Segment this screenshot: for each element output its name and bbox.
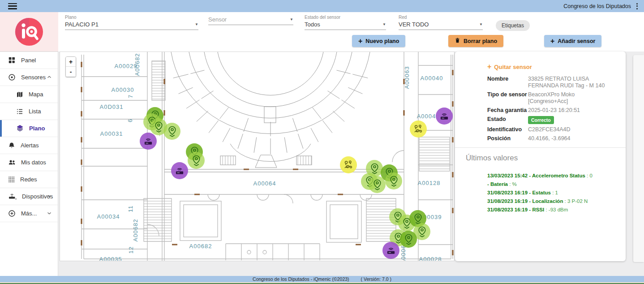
sensor-marker-multi[interactable] <box>340 156 357 173</box>
detail-field-row: EstadoCorrecto <box>487 116 614 124</box>
filter-dropdown-estado-del-sensor[interactable]: Estado del sensorTodos▼ <box>305 15 386 32</box>
sidebar-item-mis-datos[interactable]: Mis datos <box>0 154 58 171</box>
sensor-marker-multi[interactable] <box>410 120 427 138</box>
sidebar-item-label: Mapa <box>29 91 43 98</box>
sidebar-item-label: Panel <box>21 57 36 64</box>
sidebar-item-panel[interactable]: Panel <box>0 52 58 69</box>
sidebar-item-sensores[interactable]: Sensores <box>0 69 58 86</box>
filter-dropdown-plano[interactable]: PlanoPALACIO P1▼ <box>65 15 198 32</box>
sidebar-item-redes[interactable]: Redes <box>0 171 58 188</box>
value-timestamp-label: 31/08/2023 16:19 - Estatus <box>487 190 551 195</box>
borrar-plano-button[interactable]: Borrar plano <box>448 35 503 47</box>
chevron-down-icon <box>46 193 52 199</box>
detail-field-row: IdentificativoC2B2FCE34A4D <box>487 126 614 133</box>
filter-value: Todos <box>305 21 320 28</box>
sidebar-item-mapa[interactable]: Mapa <box>0 86 58 103</box>
value-timestamp-label: 13/03/2023 15:42 - Accelerometro Status <box>487 173 585 178</box>
divider <box>455 147 626 148</box>
filter-value: VER TODO <box>399 21 429 28</box>
mapa-icon <box>16 90 24 99</box>
sensor-marker-pin[interactable] <box>385 172 402 189</box>
plus-icon: + <box>358 38 362 45</box>
sensor-marker-pin[interactable] <box>163 123 180 140</box>
value-reading: : 1 <box>551 190 558 195</box>
plano-icon <box>16 124 24 133</box>
sidebar-item-label: Alertas <box>21 142 39 149</box>
detail-field-row: Posición40.4166, -3.6964 <box>487 135 614 142</box>
value-timestamp-label: 31/08/2023 16:19 - Localización <box>487 198 563 204</box>
ultimos-valores-title: Últimos valores <box>466 154 615 163</box>
filter-label: Plano <box>65 15 198 20</box>
more-options-icon[interactable] <box>635 2 640 10</box>
footer-text: Congreso de los Diputados - iQmenic (©20… <box>253 276 349 282</box>
zoom-out-button[interactable]: - <box>66 67 76 77</box>
sensor-marker-router[interactable] <box>382 242 399 259</box>
button-label: Añadir sensor <box>558 38 595 44</box>
sidebar-item-mas[interactable]: Más... <box>0 205 58 222</box>
zoom-in-button[interactable]: + <box>66 57 76 67</box>
filter-label: Estado del sensor <box>305 15 386 20</box>
footer-version: ( Versión: 7.0 ) <box>361 276 391 282</box>
sensor-marker-router[interactable] <box>171 162 188 179</box>
chevron-down-icon <box>46 210 52 216</box>
sidebar-item-plano[interactable]: Plano <box>0 120 58 137</box>
value-reading: : 0 <box>585 173 592 178</box>
detail-field-row: Tipo de sensorBeaconXPro Moko [Congreso+… <box>487 91 614 105</box>
iq-logo-icon <box>14 17 44 47</box>
value-reading: : -93 dBm <box>544 207 568 212</box>
chevron-down-icon: ▼ <box>290 17 293 22</box>
sidebar-item-label: Plano <box>29 125 45 132</box>
chevron-up-icon <box>46 74 52 80</box>
anadir-sensor-button[interactable]: +Añadir sensor <box>544 35 601 47</box>
sidebar-item-alertas[interactable]: Alertas <box>0 137 58 154</box>
header: PlanoPALACIO P1▼Sensor▼Estado del sensor… <box>0 12 644 52</box>
sidebar-item-label: Mis datos <box>21 159 46 166</box>
sidebar: PanelSensoresMapaListaPlanoAlertasMis da… <box>0 52 58 276</box>
field-value: 2025-01-23 16:20:51 <box>528 107 614 114</box>
chevron-down-icon: ▼ <box>382 22 386 26</box>
field-label: Nombre <box>487 76 528 89</box>
sensor-value-line: 13/03/2023 15:42 - Accelerometro Status … <box>487 172 615 180</box>
sidebar-item-label: Lista <box>29 108 41 115</box>
filter-dropdown-sensor[interactable]: Sensor▼ <box>208 15 293 32</box>
field-label: Posición <box>487 135 528 142</box>
app-logo <box>0 12 58 52</box>
plus-icon: + <box>550 38 554 45</box>
sensor-value-line: 31/08/2023 16:19 - Estatus : 1 <box>487 189 615 197</box>
floorplan-map[interactable]: A00029A00682A000307A0D0316A00031A0003411… <box>60 52 455 261</box>
sensor-value-line: 31/08/2023 16:19 - Localización : 3 P-02… <box>487 197 615 206</box>
nuevo-plano-button[interactable]: +Nuevo plano <box>352 35 405 47</box>
sensor-marker-router[interactable] <box>140 133 157 150</box>
sidebar-item-label: Sensores <box>21 74 46 81</box>
divider <box>0 222 58 222</box>
organization-title: Congreso de los Diputados <box>563 3 631 9</box>
etiquetas-button[interactable]: Etiquetas <box>496 20 530 31</box>
field-value: BeaconXPro Moko [Congreso+Acc] <box>528 91 614 105</box>
sensor-marker-pin[interactable] <box>400 231 417 248</box>
mis-datos-icon <box>8 158 16 167</box>
sensor-value-line: - Batería : % <box>487 180 615 189</box>
map-zoom-control: + - <box>65 56 76 77</box>
quitar-sensor-button[interactable]: + Quitar sensor <box>487 63 626 70</box>
sidebar-item-label: Redes <box>20 176 37 183</box>
field-value: Correcto <box>528 116 614 124</box>
field-label: Identificativo <box>487 126 528 133</box>
sidebar-item-dispositivos[interactable]: Dispositivos <box>0 188 58 205</box>
mas-icon <box>8 209 16 218</box>
chevron-down-icon: ▼ <box>479 22 483 26</box>
sidebar-item-lista[interactable]: Lista <box>0 103 58 120</box>
plus-icon: + <box>487 63 491 70</box>
value-timestamp-label: 31/08/2023 16:19 - RSSI <box>487 207 544 212</box>
field-label: Tipo de sensor <box>487 91 528 105</box>
topbar: Congreso de los Diputados <box>0 0 644 12</box>
footer: Congreso de los Diputados - iQmenic (©20… <box>0 276 644 282</box>
chevron-down-icon: ▼ <box>195 22 198 26</box>
alertas-icon <box>8 142 16 150</box>
sensor-marker-router[interactable] <box>436 108 453 125</box>
sensor-marker-pin[interactable] <box>188 152 205 169</box>
hamburger-menu-icon[interactable] <box>8 3 17 9</box>
filter-dropdown-red[interactable]: RedVER TODO▼ <box>399 15 483 32</box>
sidebar-item-label: Más... <box>21 210 37 217</box>
sensor-marker-pin[interactable] <box>369 176 386 193</box>
button-label: Borrar plano <box>464 38 497 44</box>
